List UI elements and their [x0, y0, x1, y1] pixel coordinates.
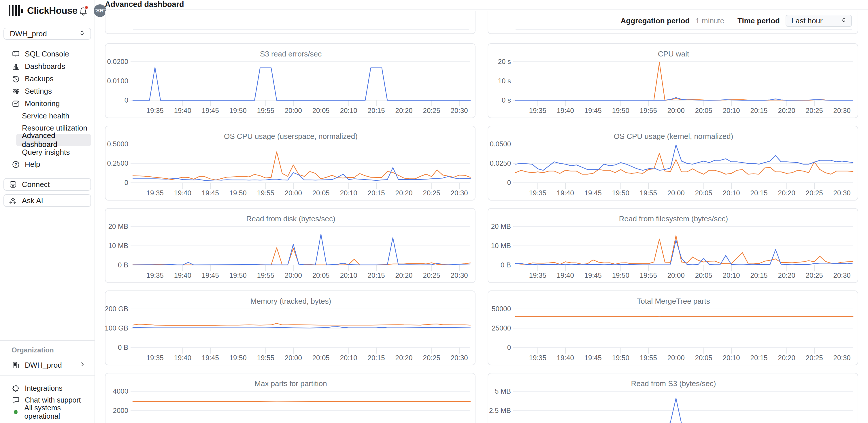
y-axis-tick-label: 0.0500 [490, 140, 511, 148]
y-axis-tick-label: 0 [507, 344, 511, 351]
x-axis-tick-label: 20:10 [723, 271, 740, 279]
time-period-select[interactable]: Last hour [785, 15, 852, 27]
chart-plot: OS CPU usage (userspace, normalized)0.50… [105, 126, 476, 201]
chart-title: OS CPU usage (userspace, normalized) [224, 132, 358, 141]
chart-card-6: Read from filesystem (bytes/sec)20 MB10 … [488, 208, 858, 283]
project-selector[interactable]: DWH_prod [3, 28, 91, 40]
y-axis-tick-label: 10 s [498, 77, 511, 85]
y-axis-tick-label: 2000 [113, 406, 128, 414]
x-axis-tick-label: 19:40 [557, 189, 574, 197]
chart-plot: Read from S3 (bytes/sec)5 MB2.5 MB0 B19:… [488, 373, 859, 423]
chart-card-4: OS CPU usage (kernel, normalized)0.05000… [488, 126, 858, 200]
x-axis-tick-label: 20:05 [695, 189, 712, 197]
x-axis-tick-label: 20:30 [451, 107, 468, 115]
x-axis-tick-label: 19:55 [257, 271, 274, 279]
chart-card-7: Memory (tracked, bytes)200 GB100 GB0 B19… [105, 290, 475, 365]
sidebar-item-backups[interactable]: Backups [3, 73, 91, 85]
x-axis-tick-label: 20:00 [285, 271, 302, 279]
series-line-blue [133, 168, 470, 181]
x-axis-tick-label: 19:55 [640, 189, 657, 197]
integrations-link[interactable]: Integrations [3, 382, 91, 394]
x-axis-tick-label: 20:20 [778, 189, 795, 197]
y-axis-tick-label: 20 s [498, 58, 511, 65]
chart-plot: Read from filesystem (bytes/sec)20 MB10 … [488, 208, 859, 284]
x-axis-tick-label: 19:45 [202, 354, 219, 362]
x-axis-tick-label: 19:35 [529, 271, 547, 279]
dashboards-icon [11, 62, 20, 71]
sidebar-item-help[interactable]: ? Help [3, 158, 91, 171]
series-line-blue [133, 234, 470, 265]
sidebar-item-label: Dashboards [25, 62, 65, 71]
chat-bubble-icon [11, 396, 20, 404]
connect-button[interactable]: Connect [3, 178, 91, 191]
notifications-bell-icon[interactable] [78, 5, 89, 17]
ask-ai-button-label: Ask AI [22, 196, 43, 205]
y-axis-tick-label: 2.5 MB [489, 406, 511, 414]
clickhouse-logo-icon[interactable] [9, 5, 23, 17]
x-axis-tick-label: 20:10 [723, 107, 740, 115]
charts-grid: S3 read errors/sec0.02000.0100019:3519:4… [105, 43, 858, 423]
sidebar-item-label: Help [25, 160, 40, 169]
chart-plot: Total MergeTree parts5000025000019:3519:… [488, 291, 859, 366]
app-root: ClickHouse SH DWH_prod [0, 0, 868, 423]
chart-title: S3 read errors/sec [260, 50, 321, 58]
chart-plot: OS CPU usage (kernel, normalized)0.05000… [488, 126, 859, 201]
x-axis-tick-label: 19:40 [174, 107, 191, 115]
series-line-orange [133, 248, 470, 265]
x-axis-tick-label: 19:40 [174, 354, 191, 362]
sidebar-item-label: Backups [25, 74, 54, 83]
y-axis-tick-label: 4000 [113, 387, 128, 395]
series-line-blue [516, 145, 853, 170]
sidebar-item-dashboards[interactable]: Dashboards [3, 60, 91, 73]
y-axis-tick-label: 25000 [492, 324, 511, 332]
sidebar-item-monitoring[interactable]: Monitoring [3, 97, 91, 110]
x-axis-tick-label: 20:15 [368, 107, 385, 115]
x-axis-tick-label: 20:20 [395, 107, 413, 115]
organization-item[interactable]: DWH_prod [3, 359, 91, 371]
x-axis-tick-label: 20:30 [833, 107, 851, 115]
help-icon: ? [11, 160, 20, 169]
sidebar-item-settings[interactable]: Settings [3, 85, 91, 97]
x-axis-tick-label: 20:05 [312, 189, 330, 197]
sidebar-nav: SQL Console Dashboards Backups [0, 48, 95, 171]
series-line-orange [133, 401, 470, 401]
sidebar-item-service-health[interactable]: Service health [16, 110, 91, 122]
x-axis-tick-label: 20:00 [285, 189, 302, 197]
x-axis-tick-label: 20:15 [750, 107, 768, 115]
chart-card-10: Read from S3 (bytes/sec)5 MB2.5 MB0 B19:… [488, 373, 858, 423]
y-axis-tick-label: 5 MB [495, 387, 511, 395]
x-axis-tick-label: 20:25 [423, 107, 440, 115]
x-axis-tick-label: 20:20 [778, 354, 795, 362]
y-axis-tick-label: 10 MB [491, 242, 511, 250]
sparkles-icon [9, 196, 17, 205]
x-axis-tick-label: 19:40 [557, 271, 574, 279]
building-icon [11, 361, 20, 369]
sidebar-item-advanced-dashboard[interactable]: Advanced dashboard [16, 134, 91, 146]
x-axis-tick-label: 19:55 [257, 107, 274, 115]
y-axis-tick-label: 10 MB [108, 242, 128, 250]
x-axis-tick-label: 20:30 [833, 189, 851, 197]
x-axis-tick-label: 19:50 [229, 189, 247, 197]
x-axis-tick-label: 20:00 [668, 271, 685, 279]
sidebar-item-label: Monitoring [25, 99, 60, 108]
x-axis-tick-label: 20:00 [668, 189, 685, 197]
x-axis-tick-label: 20:05 [312, 354, 330, 362]
system-status-link[interactable]: All systems operational [3, 406, 91, 418]
sidebar-item-sql-console[interactable]: SQL Console [3, 48, 91, 60]
y-axis-tick-label: 0 [507, 178, 511, 187]
x-axis-tick-label: 20:10 [340, 189, 358, 197]
x-axis-tick-label: 20:10 [723, 354, 740, 362]
x-axis-tick-label: 20:10 [340, 271, 358, 279]
aggregation-period-value[interactable]: 1 minute [695, 17, 724, 25]
chart-plot: S3 read errors/sec0.02000.0100019:3519:4… [105, 44, 476, 119]
sql-console-icon [11, 50, 20, 59]
x-axis-tick-label: 20:00 [285, 107, 302, 115]
chart-title: CPU wait [658, 50, 689, 58]
x-axis-tick-label: 19:40 [174, 271, 191, 279]
x-axis-tick-label: 20:10 [340, 354, 358, 362]
logo-text[interactable]: ClickHouse [27, 5, 78, 16]
ask-ai-button[interactable]: Ask AI [3, 194, 91, 207]
organization-section-label: Organization [3, 346, 91, 354]
x-axis-tick-label: 20:30 [451, 354, 468, 362]
x-axis-tick-label: 19:35 [529, 107, 547, 115]
